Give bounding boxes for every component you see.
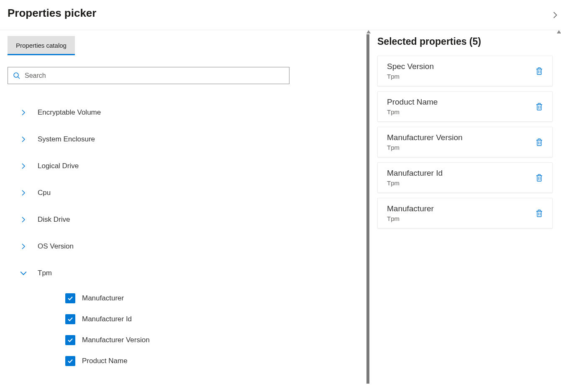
trash-icon bbox=[535, 102, 543, 111]
card-title: Manufacturer Version bbox=[387, 133, 463, 142]
delete-button[interactable] bbox=[534, 101, 545, 113]
card-title: Spec Version bbox=[387, 62, 434, 71]
search-input[interactable] bbox=[25, 72, 284, 79]
chevron-right-icon bbox=[16, 190, 31, 196]
trash-icon bbox=[535, 67, 543, 75]
tree-item-label: Logical Drive bbox=[38, 162, 79, 170]
selected-card-manufacturer-version[interactable]: Manufacturer Version Tpm bbox=[377, 127, 553, 157]
chevron-right-icon bbox=[16, 110, 31, 115]
tree-item-logical-drive[interactable]: Logical Drive bbox=[16, 156, 370, 176]
card-title: Product Name bbox=[387, 97, 438, 107]
checkbox-label: Product Name bbox=[82, 357, 128, 365]
checkbox-product-name[interactable]: Product Name bbox=[65, 353, 370, 369]
content-area: Properties catalog Encryptable Volume Sy… bbox=[0, 30, 561, 379]
tree-item-encryptable-volume[interactable]: Encryptable Volume bbox=[16, 102, 370, 123]
card-subtitle: Tpm bbox=[387, 73, 434, 80]
dialog-title: Properties picker bbox=[8, 7, 553, 20]
scroll-thumb[interactable] bbox=[366, 34, 369, 384]
close-button[interactable] bbox=[551, 11, 559, 19]
checkbox-manufacturer[interactable]: Manufacturer bbox=[65, 290, 370, 307]
delete-button[interactable] bbox=[534, 136, 545, 148]
tree-item-disk-drive[interactable]: Disk Drive bbox=[16, 210, 370, 230]
chevron-right-icon bbox=[553, 12, 557, 18]
trash-icon bbox=[535, 209, 543, 218]
tree-item-label: Cpu bbox=[38, 189, 51, 197]
card-subtitle: Tpm bbox=[387, 144, 463, 151]
checkbox-label: Manufacturer Version bbox=[82, 336, 150, 344]
scroll-up-arrow-icon bbox=[557, 30, 561, 33]
card-text: Manufacturer Tpm bbox=[387, 204, 434, 222]
chevron-down-icon bbox=[16, 271, 31, 276]
selected-title: Selected properties (5) bbox=[377, 36, 553, 47]
card-title: Manufacturer bbox=[387, 204, 434, 213]
card-subtitle: Tpm bbox=[387, 179, 443, 187]
catalog-panel: Properties catalog Encryptable Volume Sy… bbox=[0, 30, 370, 379]
chevron-right-icon bbox=[16, 243, 31, 249]
selected-card-spec-version[interactable]: Spec Version Tpm bbox=[377, 56, 553, 86]
tree-item-label: Encryptable Volume bbox=[38, 108, 101, 117]
tree-item-label: OS Version bbox=[38, 242, 74, 251]
tab-properties-catalog[interactable]: Properties catalog bbox=[8, 36, 75, 55]
selected-card-product-name[interactable]: Product Name Tpm bbox=[377, 91, 553, 122]
tree-item-label: System Enclosure bbox=[38, 135, 95, 143]
chevron-right-icon bbox=[16, 217, 31, 223]
checkbox-checked-icon bbox=[65, 335, 75, 345]
svg-point-0 bbox=[14, 73, 18, 77]
selected-card-manufacturer-id[interactable]: Manufacturer Id Tpm bbox=[377, 162, 553, 193]
delete-button[interactable] bbox=[534, 65, 545, 77]
checkbox-checked-icon bbox=[65, 293, 75, 303]
card-text: Spec Version Tpm bbox=[387, 62, 434, 80]
search-box[interactable] bbox=[8, 67, 289, 84]
checkbox-label: Manufacturer Id bbox=[82, 315, 132, 323]
trash-icon bbox=[535, 174, 543, 182]
checkbox-manufacturer-id[interactable]: Manufacturer Id bbox=[65, 311, 370, 328]
tree-item-label: Tpm bbox=[38, 269, 52, 277]
tree-item-os-version[interactable]: OS Version bbox=[16, 236, 370, 256]
card-title: Manufacturer Id bbox=[387, 169, 443, 178]
tree-item-system-enclosure[interactable]: System Enclosure bbox=[16, 129, 370, 149]
checkbox-manufacturer-version[interactable]: Manufacturer Version bbox=[65, 332, 370, 348]
dialog-header: Properties picker bbox=[0, 0, 561, 30]
chevron-right-icon bbox=[16, 163, 31, 169]
tree-item-tpm[interactable]: Tpm bbox=[16, 263, 370, 283]
checkbox-label: Manufacturer bbox=[82, 294, 124, 302]
chevron-right-icon bbox=[16, 136, 31, 142]
card-text: Manufacturer Version Tpm bbox=[387, 133, 463, 151]
properties-tree: Encryptable Volume System Enclosure Logi… bbox=[8, 102, 370, 369]
scrollbar-right[interactable] bbox=[557, 30, 561, 33]
svg-line-1 bbox=[18, 77, 20, 79]
tree-children-tpm: Manufacturer Manufacturer Id Manufacture… bbox=[65, 290, 370, 369]
tree-item-cpu[interactable]: Cpu bbox=[16, 183, 370, 203]
delete-button[interactable] bbox=[534, 208, 545, 219]
checkbox-checked-icon bbox=[65, 356, 75, 366]
card-subtitle: Tpm bbox=[387, 215, 434, 222]
scrollbar-left[interactable] bbox=[366, 30, 370, 379]
tree-item-label: Disk Drive bbox=[38, 215, 70, 224]
card-text: Manufacturer Id Tpm bbox=[387, 169, 443, 187]
trash-icon bbox=[535, 138, 543, 146]
delete-button[interactable] bbox=[534, 172, 545, 184]
selected-card-manufacturer[interactable]: Manufacturer Tpm bbox=[377, 198, 553, 228]
card-subtitle: Tpm bbox=[387, 108, 438, 115]
selected-panel: Selected properties (5) Spec Version Tpm… bbox=[370, 30, 561, 379]
search-icon bbox=[13, 72, 20, 79]
card-text: Product Name Tpm bbox=[387, 97, 438, 115]
checkbox-checked-icon bbox=[65, 314, 75, 324]
